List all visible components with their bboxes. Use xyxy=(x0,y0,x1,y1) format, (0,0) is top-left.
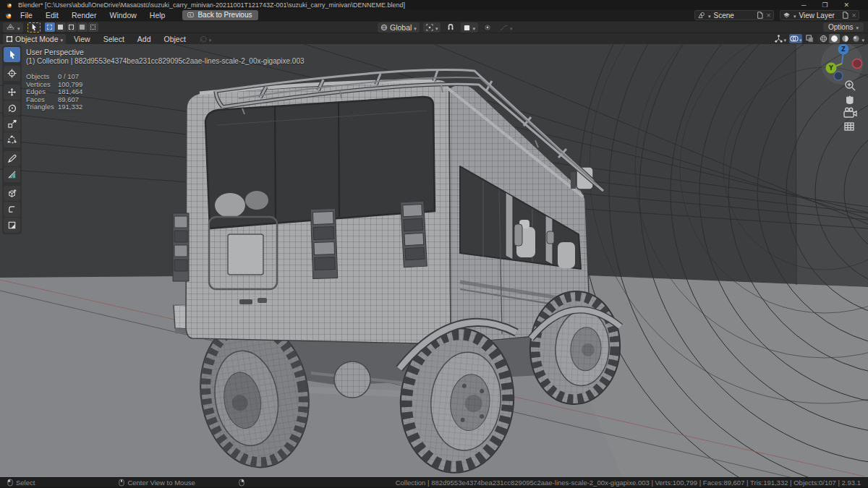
menu-window[interactable]: Window xyxy=(103,11,142,20)
annotate-pen-icon xyxy=(7,154,17,163)
tool-select-box[interactable] xyxy=(4,47,20,62)
rotate-icon xyxy=(7,103,17,113)
select-mode-subtract[interactable] xyxy=(67,22,77,32)
new-view-layer-icon[interactable] xyxy=(842,12,848,19)
proportional-falloff-dropdown[interactable] xyxy=(497,22,516,33)
gizmo-z-label: Z xyxy=(841,46,846,53)
tool-measure[interactable] xyxy=(4,167,20,182)
magnet-icon xyxy=(447,24,454,31)
tool-move[interactable] xyxy=(4,85,20,100)
solid-sphere-icon xyxy=(830,35,838,43)
select-mode-invert[interactable] xyxy=(77,22,88,32)
rmb-hint xyxy=(239,479,247,487)
shading-solid-button[interactable] xyxy=(829,34,840,43)
blender-menu-icon[interactable] xyxy=(4,12,13,20)
tool-scale[interactable] xyxy=(4,116,20,132)
menu-file[interactable]: File xyxy=(14,11,38,20)
transform-orientation-dropdown[interactable]: Global xyxy=(378,22,420,33)
show-gizmo-dropdown[interactable] xyxy=(774,34,787,43)
new-scene-icon[interactable] xyxy=(757,12,763,19)
menu-render[interactable]: Render xyxy=(66,11,102,20)
tool-cursor[interactable] xyxy=(4,66,20,81)
tool-shelf xyxy=(2,46,22,234)
statusbar-scene-info: Collection | 882d9553e4374bea231cc829095… xyxy=(269,479,861,487)
tool-annotate[interactable] xyxy=(4,151,20,166)
select-mode-intersect[interactable] xyxy=(88,22,98,32)
back-icon xyxy=(187,12,194,18)
gizmo-axis-z-neg[interactable] xyxy=(834,72,843,80)
tool-transform[interactable] xyxy=(4,132,20,147)
scene-name: Scene xyxy=(714,12,754,20)
mouse-right-icon xyxy=(239,479,244,487)
show-overlays-dropdown[interactable] xyxy=(789,34,803,43)
back-to-previous-button[interactable]: Back to Previous xyxy=(182,10,258,20)
3d-cursor-icon xyxy=(7,69,17,78)
shading-rendered-button[interactable] xyxy=(851,34,861,43)
viewport-info-overlay: User Perspective (1) Collection | 882d95… xyxy=(26,48,305,111)
proportional-editing-toggle[interactable] xyxy=(482,22,493,33)
pan-button[interactable] xyxy=(846,95,854,104)
editor-3d-viewport-icon xyxy=(6,23,15,31)
gizmo-icon xyxy=(775,35,783,43)
select-box-icon xyxy=(8,50,17,59)
tool-rotate[interactable] xyxy=(4,100,20,116)
mode-value: Object Mode xyxy=(15,35,59,43)
scene-icon xyxy=(697,12,705,19)
topbar: File Edit Render Window Help Back to Pre… xyxy=(0,9,868,21)
gizmo-axis-x-neg[interactable] xyxy=(853,59,862,69)
editor-type-selector[interactable] xyxy=(3,22,23,33)
shading-material-button[interactable] xyxy=(840,34,851,43)
active-tool-button[interactable] xyxy=(27,22,41,33)
scene-statistics: Objects0 / 107 Vertices100,799 Edges181,… xyxy=(26,73,305,111)
remove-view-layer-icon[interactable]: ✕ xyxy=(851,12,856,19)
material-sphere-icon xyxy=(841,35,849,43)
rotate-gizmo-icon xyxy=(200,35,207,43)
menu-add[interactable]: Add xyxy=(131,35,158,43)
unlink-scene-icon[interactable]: ✕ xyxy=(766,12,771,19)
rendered-sphere-icon xyxy=(852,35,860,43)
tool-extra-1[interactable] xyxy=(4,202,20,217)
close-button[interactable]: ✕ xyxy=(843,1,849,9)
menu-edit[interactable]: Edit xyxy=(40,11,64,20)
wireframe-sphere-icon xyxy=(820,35,827,43)
toggle-xray-button[interactable] xyxy=(804,34,815,43)
window-title: Blender* [C:\Users\abdul\OneDrive\Masaüs… xyxy=(18,1,796,9)
mouse-middle-icon xyxy=(119,479,124,487)
blender-logo-icon xyxy=(6,1,13,9)
view-layer-icon xyxy=(783,12,791,19)
shading-mode-group xyxy=(817,34,865,43)
shading-wireframe-button[interactable] xyxy=(818,34,829,43)
menu-help[interactable]: Help xyxy=(144,11,171,20)
navigation-gizmo[interactable]: Z Y xyxy=(821,44,863,85)
scene-selector[interactable]: Scene ✕ xyxy=(694,10,774,20)
falloff-curve-icon xyxy=(500,25,508,31)
minimize-button[interactable]: ─ xyxy=(801,1,806,9)
overlays-icon xyxy=(790,35,799,43)
snap-increment-icon xyxy=(464,25,470,31)
select-mode-set[interactable] xyxy=(45,22,55,32)
mmb-hint: Center View to Mouse xyxy=(119,479,195,487)
scale-icon xyxy=(7,119,17,129)
header-extra-dropdown[interactable] xyxy=(197,34,215,44)
view-layer-selector[interactable]: View Layer ✕ xyxy=(780,10,859,20)
tool-add-cube[interactable] xyxy=(4,186,20,201)
rounded-square-tool-icon xyxy=(7,205,17,214)
select-mode-extend[interactable] xyxy=(56,22,66,32)
menu-view[interactable]: View xyxy=(67,35,97,43)
pivot-point-dropdown[interactable] xyxy=(423,22,441,33)
viewport-header: Object Mode View Select Add Object xyxy=(0,33,868,44)
restore-button[interactable]: ❐ xyxy=(822,1,827,9)
window-titlebar: Blender* [C:\Users\abdul\OneDrive\Masaüs… xyxy=(0,0,868,9)
select-cursor-icon xyxy=(30,23,38,31)
snap-toggle[interactable] xyxy=(444,22,457,33)
3d-viewport[interactable]: Z Y xyxy=(0,44,868,477)
menu-select[interactable]: Select xyxy=(97,35,131,43)
snap-target-dropdown[interactable] xyxy=(461,22,478,33)
status-bar: Select Center View to Mouse Collection |… xyxy=(0,477,868,487)
menu-object[interactable]: Object xyxy=(158,35,192,43)
measure-icon xyxy=(7,170,17,179)
mode-selector[interactable]: Object Mode xyxy=(3,34,66,44)
tool-settings-bar: Global Options xyxy=(0,21,868,33)
options-dropdown[interactable]: Options xyxy=(823,22,864,32)
tool-extra-2[interactable] xyxy=(4,218,20,233)
